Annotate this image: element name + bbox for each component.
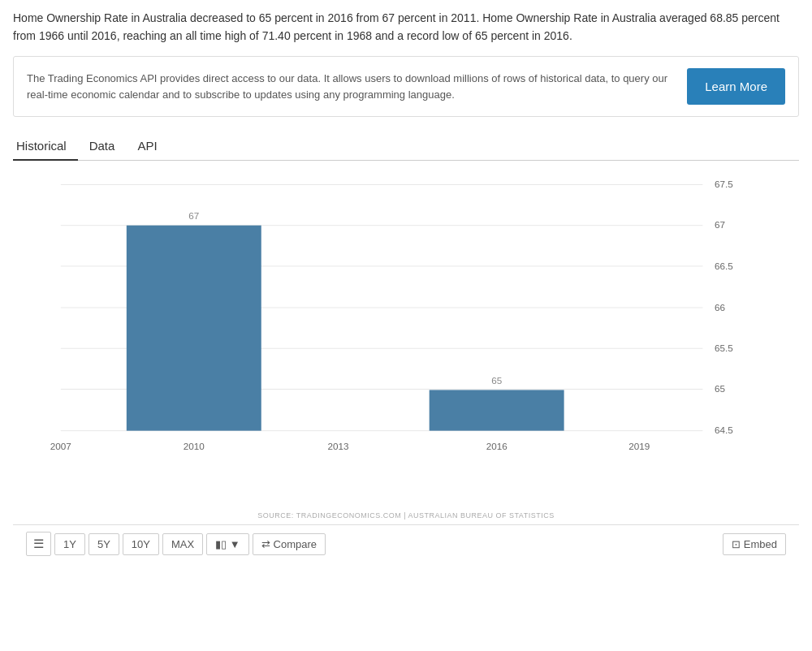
description-text: Home Ownership Rate in Australia decreas… <box>13 10 799 45</box>
svg-text:2019: 2019 <box>628 442 650 452</box>
api-banner-text: The Trading Economics API provides direc… <box>27 71 671 102</box>
svg-text:67.5: 67.5 <box>715 180 733 190</box>
embed-icon: ⊡ <box>732 538 741 550</box>
bottom-toolbar: ☰ 1Y 5Y 10Y MAX ▮▯ ▼ ⇄ Compare ⊡ Embed <box>13 524 799 563</box>
bar-2016 <box>430 390 564 431</box>
svg-text:65.5: 65.5 <box>715 344 733 354</box>
menu-icon-button[interactable]: ☰ <box>26 532 51 556</box>
svg-text:65: 65 <box>715 385 725 394</box>
chart-type-button[interactable]: ▮▯ ▼ <box>206 533 248 555</box>
bar-chart: 67.5 67 66.5 66 65.5 65 64.5 67 65 2007 … <box>21 177 750 469</box>
chart-area: 67.5 67 66.5 66 65.5 65 64.5 67 65 2007 … <box>13 169 799 510</box>
10y-button[interactable]: 10Y <box>123 533 159 555</box>
svg-text:65: 65 <box>491 376 502 386</box>
compare-icon: ⇄ <box>261 538 270 550</box>
svg-text:66.5: 66.5 <box>715 261 733 271</box>
toolbar-left: ☰ 1Y 5Y 10Y MAX ▮▯ ▼ ⇄ Compare <box>26 532 326 556</box>
svg-text:2010: 2010 <box>184 442 205 452</box>
1y-button[interactable]: 1Y <box>54 533 85 555</box>
svg-text:64.5: 64.5 <box>715 426 733 436</box>
compare-label: Compare <box>274 538 317 550</box>
tabs-row: Historical Data API <box>13 131 799 161</box>
max-button[interactable]: MAX <box>162 533 203 555</box>
svg-text:2007: 2007 <box>50 442 71 452</box>
toolbar-right: ⊡ Embed <box>723 533 786 555</box>
svg-text:66: 66 <box>715 303 725 313</box>
svg-text:2013: 2013 <box>327 442 348 452</box>
tab-api[interactable]: API <box>134 132 168 161</box>
source-text: SOURCE: TRADINGECONOMICS.COM | AUSTRALIA… <box>13 511 799 520</box>
svg-text:2016: 2016 <box>486 442 508 452</box>
tab-historical[interactable]: Historical <box>13 132 78 161</box>
svg-text:67: 67 <box>715 221 725 231</box>
tab-data[interactable]: Data <box>86 132 127 161</box>
compare-button[interactable]: ⇄ Compare <box>253 533 326 555</box>
embed-label: Embed <box>744 538 777 550</box>
svg-text:67: 67 <box>188 212 199 222</box>
embed-button[interactable]: ⊡ Embed <box>723 533 786 555</box>
api-banner: The Trading Economics API provides direc… <box>13 56 799 117</box>
bar-2010 <box>127 226 261 431</box>
5y-button[interactable]: 5Y <box>89 533 119 555</box>
learn-more-button[interactable]: Learn More <box>687 68 785 105</box>
